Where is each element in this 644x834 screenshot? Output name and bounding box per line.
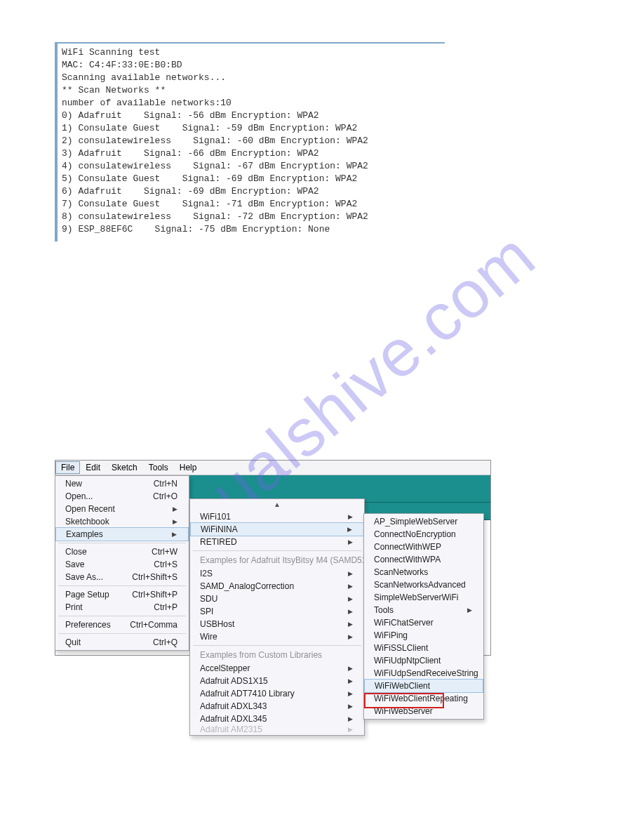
menu-item-shortcut: Ctrl+N <box>137 479 177 489</box>
menu-item-label: AP_SimpleWebServer <box>374 517 457 527</box>
menu-item-label: RETIRED <box>200 537 237 547</box>
menu-item-shortcut: Ctrl+Comma <box>113 620 177 630</box>
menu-item-label: Adafruit ADXL343 <box>200 701 267 711</box>
menu-item-shortcut: Ctrl+O <box>136 491 177 501</box>
menu-item[interactable]: ConnectNoEncryption <box>364 528 483 541</box>
menu-item[interactable]: I2S▶ <box>190 567 364 580</box>
menu-separator <box>58 543 186 543</box>
serial-line: 5) Consulate Guest Signal: -69 dBm Encry… <box>62 173 441 185</box>
menubar-help[interactable]: Help <box>174 461 203 474</box>
menu-item-label: WiFi101 <box>200 512 231 522</box>
serial-line: 2) consulatewireless Signal: -60 dBm Enc… <box>62 135 441 147</box>
menu-item-label: ConnectNoEncryption <box>374 529 456 539</box>
menu-item-label: Preferences <box>65 620 111 630</box>
menu-item-label: ConnectWithWPA <box>374 555 441 564</box>
menu-item[interactable]: Adafruit ADS1X15▶ <box>190 675 364 687</box>
menu-item[interactable]: USBHost▶ <box>190 618 364 630</box>
submenu-arrow-icon: ▶ <box>450 607 472 614</box>
submenu-arrow-icon: ▶ <box>331 726 353 733</box>
menu-item[interactable]: ScanNetworks <box>364 566 483 578</box>
submenu-arrow-icon: ▶ <box>331 703 353 710</box>
menu-item-shortcut: Ctrl+S <box>137 560 177 569</box>
menu-item[interactable]: PreferencesCtrl+Comma <box>55 618 189 631</box>
menu-item[interactable]: PrintCtrl+P <box>55 601 189 614</box>
menu-item-label: ScanNetworksAdvanced <box>374 580 466 590</box>
serial-line: 1) Consulate Guest Signal: -59 dBm Encry… <box>62 122 441 135</box>
menu-item[interactable]: SPI▶ <box>190 605 364 618</box>
menubar-tools[interactable]: Tools <box>143 461 174 474</box>
menu-item[interactable]: Open Recent▶ <box>55 503 189 515</box>
menu-item[interactable]: Adafruit AM2315▶ <box>190 725 364 734</box>
submenu-arrow-icon: ▶ <box>331 621 353 628</box>
menu-item-label: Adafruit ADT7410 Library <box>200 689 295 699</box>
menu-item[interactable]: WiFiPing <box>364 629 483 642</box>
menu-separator <box>193 550 361 551</box>
serial-line: ** Scan Networks ** <box>62 84 441 97</box>
menu-item-label: Close <box>65 547 87 557</box>
menu-item[interactable]: QuitCtrl+Q <box>55 636 189 649</box>
menubar-sketch[interactable]: Sketch <box>106 461 143 474</box>
menu-item[interactable]: ConnectWithWPA <box>364 553 483 566</box>
menu-item[interactable]: Tools▶ <box>364 604 483 616</box>
submenu-arrow-icon: ▶ <box>156 518 177 525</box>
menu-item[interactable]: Adafruit ADXL345▶ <box>190 713 364 725</box>
menu-item[interactable]: WiFiSSLClient <box>364 642 483 654</box>
submenu-arrow-icon: ▶ <box>331 633 353 640</box>
menu-item[interactable]: NewCtrl+N <box>55 477 189 490</box>
menu-item-label: ConnectWithWEP <box>374 542 441 552</box>
menu-bar: FileEditSketchToolsHelp <box>55 461 490 475</box>
menu-item[interactable]: AP_SimpleWebServer <box>364 515 483 528</box>
serial-line: 0) Adafruit Signal: -56 dBm Encryption: … <box>62 110 441 122</box>
menu-item-label: ScanNetworks <box>374 567 428 577</box>
menu-item[interactable]: SaveCtrl+S <box>55 558 189 571</box>
menu-item[interactable]: ConnectWithWEP <box>364 541 483 553</box>
menu-item-label: Quit <box>65 637 81 647</box>
menubar-file[interactable]: File <box>55 461 80 474</box>
menu-item[interactable]: WiFiUdpNtpClient <box>364 654 483 667</box>
menu-item-label: Examples for Adafruit ItsyBitsy M4 (SAMD… <box>200 555 369 565</box>
menu-item[interactable]: WiFiUdpSendReceiveString <box>364 667 483 680</box>
menu-item-label: WiFiPing <box>374 630 408 640</box>
submenu-arrow-icon: ▶ <box>331 513 353 520</box>
menu-item[interactable]: WiFiChatServer <box>364 616 483 629</box>
menu-item[interactable]: Adafruit ADT7410 Library▶ <box>190 687 364 700</box>
menu-item[interactable]: WiFiWebClientRepeating <box>364 692 483 705</box>
menu-item[interactable]: Save As...Ctrl+Shift+S <box>55 571 189 583</box>
menu-item[interactable]: WiFiWebServer <box>364 705 483 717</box>
serial-line: MAC: C4:4F:33:0E:B0:BD <box>62 59 441 72</box>
menu-item[interactable]: WiFi101▶ <box>190 510 364 523</box>
menu-item[interactable]: Sketchbook▶ <box>55 515 189 528</box>
menu-item[interactable]: Adafruit ADXL343▶ <box>190 700 364 713</box>
serial-monitor-output: WiFi Scanning testMAC: C4:4F:33:0E:B0:BD… <box>55 42 445 241</box>
menu-item[interactable]: SAMD_AnalogCorrection▶ <box>190 580 364 593</box>
menu-item[interactable]: AccelStepper▶ <box>190 662 364 675</box>
menu-item-label: AccelStepper <box>200 663 250 673</box>
menu-item-label: WiFiWebClientRepeating <box>374 694 468 703</box>
menu-item[interactable]: WiFiWebClient <box>364 679 483 693</box>
menu-scroll-up-icon[interactable]: ▲ <box>190 501 364 510</box>
menu-item[interactable]: Wire▶ <box>190 630 364 643</box>
menu-item: Examples for Adafruit ItsyBitsy M4 (SAMD… <box>190 553 364 567</box>
menubar-edit[interactable]: Edit <box>80 461 106 474</box>
menu-item[interactable]: Open...Ctrl+O <box>55 490 189 503</box>
submenu-arrow-icon: ▶ <box>331 583 353 590</box>
serial-line: 6) Adafruit Signal: -69 dBm Encryption: … <box>62 185 441 198</box>
menu-item-label: SPI <box>200 607 213 616</box>
menu-item[interactable]: SimpleWebServerWiFi <box>364 591 483 604</box>
menu-item-label: WiFiUdpSendReceiveString <box>374 668 478 678</box>
menu-item[interactable]: Page SetupCtrl+Shift+P <box>55 588 189 601</box>
menu-item[interactable]: RETIRED▶ <box>190 536 364 548</box>
menu-item[interactable]: CloseCtrl+W <box>55 545 189 558</box>
menu-item-shortcut: Ctrl+Shift+S <box>115 572 177 582</box>
menu-item[interactable]: ScanNetworksAdvanced <box>364 578 483 591</box>
menu-item-label: Open... <box>65 491 93 501</box>
menu-item[interactable]: Examples▶ <box>55 527 189 541</box>
menu-item-label: WiFiUdpNtpClient <box>374 656 441 666</box>
menu-item[interactable]: SDU▶ <box>190 593 364 605</box>
menu-item-label: USBHost <box>200 619 234 629</box>
menu-item[interactable]: WiFiNINA▶ <box>190 522 364 536</box>
menu-item-shortcut: Ctrl+W <box>135 547 177 557</box>
menu-item-label: New <box>65 479 82 489</box>
menu-item-label: Open Recent <box>65 504 115 514</box>
serial-line: Scanning available networks... <box>62 72 441 84</box>
